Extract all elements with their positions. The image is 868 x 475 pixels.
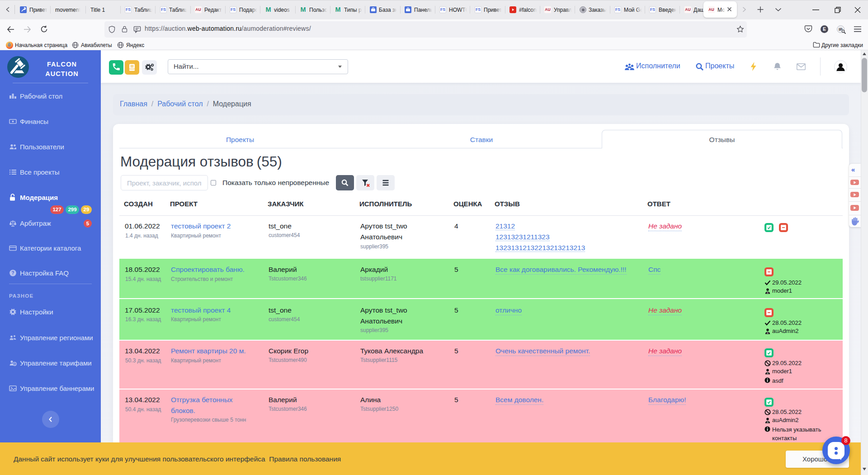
svg-text:?: ? (11, 270, 14, 276)
